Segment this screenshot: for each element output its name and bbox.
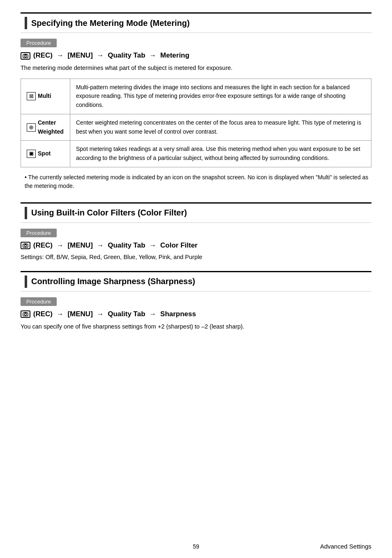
spot-description: Spot metering takes readings at a very s… (70, 141, 371, 167)
multi-label-cell: ⊠ Multi (21, 79, 70, 114)
section2-title: Using Built-in Color Filters (Color Filt… (31, 208, 187, 218)
page-footer: 59 Advanced Settings (0, 543, 392, 550)
heading-bar-2 (25, 207, 27, 219)
multi-description: Multi-pattern metering divides the image… (70, 79, 371, 114)
footer-section-label: Advanced Settings (254, 543, 371, 550)
center-label: CenterWeighted (38, 118, 64, 136)
section3-path: (REC) → [MENU] → Quality Tab → Sharpness (21, 310, 371, 318)
table-row-center: ◎ CenterWeighted Center weighted meterin… (21, 114, 371, 140)
section1-note: The currently selected metering mode is … (21, 173, 371, 191)
svg-rect-5 (24, 243, 27, 245)
multi-label: Multi (38, 92, 51, 101)
svg-point-4 (25, 245, 27, 247)
svg-point-1 (25, 55, 27, 57)
section3-heading: Controlling Image Sharpness (Sharpness) (21, 271, 371, 292)
section1-description: The metering mode determines what part o… (21, 64, 371, 73)
table-row-spot: ▣ Spot Spot metering takes readings at a… (21, 141, 371, 167)
path1-text: (REC) (33, 51, 55, 59)
camera-icon-2 (21, 242, 30, 249)
svg-point-7 (25, 313, 27, 315)
section1-body: Procedure (REC) → [MENU] → Quality Tab →… (21, 39, 371, 191)
multi-icon: ⊠ (27, 92, 36, 100)
page-number: 59 (138, 543, 255, 550)
heading-bar-3 (25, 276, 27, 288)
page-container: Specifying the Metering Mode (Metering) … (0, 0, 392, 367)
section1-path: (REC) → [MENU] → Quality Tab → Metering (21, 51, 371, 60)
section1-title: Specifying the Metering Mode (Metering) (31, 19, 190, 28)
section2-settings: Settings: Off, B/W, Sepia, Red, Green, B… (21, 254, 371, 260)
camera-icon-3 (21, 310, 30, 318)
procedure-badge-3: Procedure (21, 297, 57, 306)
svg-rect-8 (24, 312, 27, 313)
center-label-cell: ◎ CenterWeighted (21, 114, 70, 140)
center-icon: ◎ (27, 123, 36, 132)
camera-icon-1 (21, 52, 30, 60)
section1-heading: Specifying the Metering Mode (Metering) (21, 12, 371, 33)
section2-path: (REC) → [MENU] → Quality Tab → Color Fil… (21, 241, 371, 250)
svg-rect-2 (24, 54, 27, 55)
metering-table: ⊠ Multi Multi-pattern metering divides t… (21, 79, 371, 167)
section2-body: Procedure (REC) → [MENU] → Quality Tab →… (21, 229, 371, 260)
procedure-badge-2: Procedure (21, 229, 57, 237)
spot-label: Spot (38, 149, 51, 158)
section2-heading: Using Built-in Color Filters (Color Filt… (21, 202, 371, 223)
heading-bar (25, 17, 27, 29)
spot-label-cell: ▣ Spot (21, 141, 70, 167)
procedure-badge-1: Procedure (21, 39, 57, 47)
section3-body: Procedure (REC) → [MENU] → Quality Tab →… (21, 297, 371, 331)
spot-icon: ▣ (27, 150, 36, 158)
table-row-multi: ⊠ Multi Multi-pattern metering divides t… (21, 79, 371, 114)
section3-title: Controlling Image Sharpness (Sharpness) (31, 277, 195, 286)
section3-description: You can specify one of five sharpness se… (21, 322, 371, 331)
center-description: Center weighted metering concentrates on… (70, 114, 371, 140)
